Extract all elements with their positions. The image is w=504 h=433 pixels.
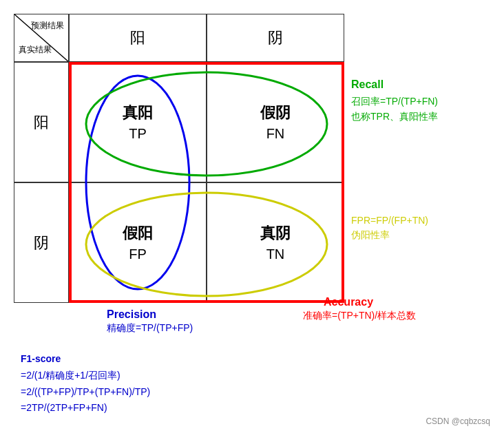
header-positive: 阳 <box>69 14 207 62</box>
f1-line2: =2/((TP+FP)/TP+(TP+FN)/TP) <box>21 384 150 401</box>
header-row: 阳 阴 <box>69 14 344 62</box>
tn-cell: 真阴 TN <box>207 182 344 303</box>
accuracy-formula: 准确率=(TP+TN)/样本总数 <box>303 310 416 322</box>
actual-label: 真实结果 <box>19 44 52 56</box>
watermark: CSDN @cqbzcsq <box>426 416 490 426</box>
accuracy-title: Accuracy <box>324 296 373 308</box>
data-rows: 阳 真阳 TP 假阴 FN 阴 假阳 FP <box>14 62 344 303</box>
row-positive-label: 阳 <box>14 62 69 182</box>
predicted-label: 预测结果 <box>31 20 64 32</box>
positive-row: 阳 真阳 TP 假阴 FN <box>14 62 344 182</box>
f1-line3: =2TP/(2TP+FP+FN) <box>21 400 150 416</box>
recall-formula2: 也称TPR、真阳性率 <box>351 109 438 124</box>
f1-line1: =2/(1/精确度+1/召回率) <box>21 368 150 384</box>
header-negative: 阴 <box>207 14 344 62</box>
recall-title: Recall <box>351 76 438 94</box>
main-container: 预测结果 真实结果 阳 阴 阳 真阳 TP <box>0 0 504 433</box>
row-negative-label: 阴 <box>14 182 69 303</box>
confusion-matrix: 预测结果 真实结果 阳 阴 阳 真阳 TP <box>14 14 344 303</box>
recall-annotation: Recall 召回率=TP/(TP+FN) 也称TPR、真阳性率 <box>351 76 438 124</box>
f1-title: F1-score <box>21 351 150 368</box>
fpr-annotation: FPR=FP/(FP+TN) 伪阳性率 <box>351 213 428 242</box>
fp-cell: 假阳 FP <box>69 182 207 303</box>
fn-cell: 假阴 FN <box>207 62 344 182</box>
tp-cell: 真阳 TP <box>69 62 207 182</box>
negative-row: 阴 假阳 FP 真阴 TN <box>14 182 344 303</box>
precision-title: Precision <box>107 308 156 321</box>
precision-formula: 精确度=TP/(TP+FP) <box>107 322 193 335</box>
fpr-label: 伪阳性率 <box>351 228 428 242</box>
fpr-formula: FPR=FP/(FP+TN) <box>351 213 428 228</box>
diagonal-cell: 预测结果 真实结果 <box>14 14 69 62</box>
recall-formula1: 召回率=TP/(TP+FN) <box>351 94 438 109</box>
f1-section: F1-score =2/(1/精确度+1/召回率) =2/((TP+FP)/TP… <box>21 351 150 416</box>
